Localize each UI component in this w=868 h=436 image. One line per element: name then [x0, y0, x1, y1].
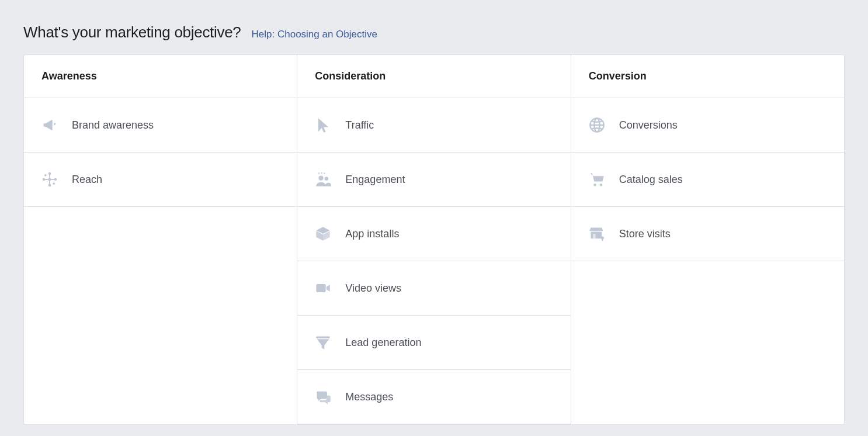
box-icon: [315, 226, 331, 242]
funnel-icon: [315, 334, 331, 351]
objective-label: Traffic: [345, 119, 374, 132]
objective-conversions[interactable]: Conversions: [571, 98, 844, 153]
objective-label: Reach: [72, 174, 102, 186]
reach-icon: [41, 171, 58, 188]
objective-label: Conversions: [619, 119, 678, 132]
objective-label: Engagement: [345, 174, 405, 186]
svg-rect-15: [317, 337, 330, 339]
objective-label: App installs: [345, 228, 399, 240]
svg-point-4: [54, 178, 57, 181]
objective-traffic[interactable]: Traffic: [297, 98, 570, 153]
objective-app-installs[interactable]: App installs: [297, 207, 570, 261]
svg-rect-24: [602, 239, 603, 241]
objective-label: Brand awareness: [72, 119, 154, 132]
objective-video-views[interactable]: Video views: [297, 261, 570, 316]
page-title: What's your marketing objective?: [23, 23, 241, 41]
svg-point-2: [48, 184, 51, 187]
objective-lead-generation[interactable]: Lead generation: [297, 316, 570, 370]
video-icon: [315, 280, 331, 296]
objective-store-visits[interactable]: Store visits: [571, 207, 844, 261]
svg-rect-8: [45, 179, 54, 180]
svg-point-11: [318, 172, 320, 174]
globe-icon: [589, 117, 605, 133]
cart-icon: [589, 171, 605, 188]
store-icon: [589, 226, 605, 242]
objective-label: Lead generation: [345, 337, 421, 349]
objective-reach[interactable]: Reach: [24, 153, 297, 207]
column-header-consideration: Consideration: [297, 55, 570, 98]
svg-point-9: [319, 176, 324, 181]
column-consideration: Consideration Traffic Engagement App ins…: [297, 55, 571, 424]
svg-point-10: [325, 177, 329, 181]
svg-point-19: [593, 184, 596, 186]
svg-point-12: [321, 172, 322, 174]
svg-rect-14: [317, 284, 326, 292]
objective-label: Catalog sales: [619, 174, 683, 186]
column-header-conversion: Conversion: [571, 55, 844, 98]
svg-rect-21: [591, 232, 602, 239]
objective-columns: Awareness Brand awareness Reach Consider…: [23, 54, 845, 425]
column-header-awareness: Awareness: [24, 55, 297, 98]
objective-label: Store visits: [619, 228, 671, 240]
objective-messages[interactable]: Messages: [297, 370, 570, 424]
help-link[interactable]: Help: Choosing an Objective: [252, 29, 377, 40]
column-awareness: Awareness Brand awareness Reach: [24, 55, 297, 424]
column-conversion: Conversion Conversions Catalog sales Sto…: [571, 55, 844, 424]
people-icon: [315, 171, 331, 188]
svg-point-20: [599, 184, 602, 186]
objective-label: Messages: [345, 391, 393, 403]
objective-engagement[interactable]: Engagement: [297, 153, 570, 207]
svg-point-3: [43, 178, 46, 181]
objective-label: Video views: [345, 282, 401, 295]
messages-icon: [315, 389, 331, 405]
svg-rect-22: [593, 234, 596, 238]
svg-point-1: [48, 172, 51, 175]
cursor-icon: [315, 117, 331, 133]
svg-point-5: [44, 174, 47, 177]
svg-point-13: [324, 172, 325, 174]
megaphone-icon: [41, 117, 58, 133]
objective-brand-awareness[interactable]: Brand awareness: [24, 98, 297, 153]
svg-point-6: [53, 182, 55, 185]
objective-catalog-sales[interactable]: Catalog sales: [571, 153, 844, 207]
